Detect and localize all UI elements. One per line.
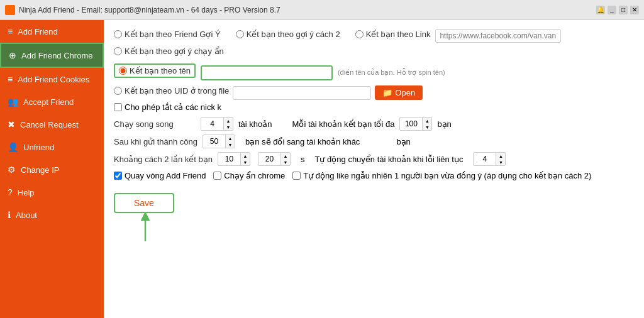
sidebar-item-label: Cancel Request <box>20 120 79 129</box>
moi-spinner[interactable]: 100 ▲ ▼ <box>399 117 432 131</box>
sidebar-item-label: Change IP <box>21 165 59 175</box>
tu-dong-input[interactable]: 4 <box>474 153 496 165</box>
radio-goi-y-cach2[interactable]: Kết bạn theo gợi ý cách 2 <box>236 30 340 39</box>
sidebar-item-label: Add Friend Chrome <box>21 51 92 60</box>
tu-dong-spinner[interactable]: 4 ▲ ▼ <box>473 152 506 166</box>
uid-file-input[interactable]: C:\Users\HOANGNGA\Desktop\uid.txt <box>233 86 371 100</box>
tu-dong-label: Tự động chuyển tài khoản khi lỗi liên tụ… <box>315 155 464 164</box>
sau-khi-down[interactable]: ▼ <box>226 141 235 148</box>
chay-song-song-up[interactable]: ▲ <box>224 118 233 124</box>
sidebar-item-about[interactable]: ℹ About <box>0 204 104 226</box>
moi-input[interactable]: 100 <box>400 118 422 129</box>
unfriend-icon: 👤 <box>8 142 18 152</box>
sidebar-item-change-ip[interactable]: ⚙ Change IP <box>0 158 104 181</box>
sidebar: ≡ Add Friend ⊕ Add Friend Chrome ≡ Add F… <box>0 20 104 318</box>
khoang-cach1-up[interactable]: ▲ <box>241 153 250 159</box>
chay-an-chrome-checkbox[interactable]: Chạy ẩn chrome <box>213 171 285 180</box>
help-icon: ? <box>8 187 13 197</box>
uid-file-row: Kết bạn theo UID ở trong file C:\Users\H… <box>114 85 634 100</box>
allow-nick-checkbox[interactable]: Cho phép tắt cả các nick k <box>114 102 221 112</box>
sidebar-item-add-friend-cookies[interactable]: ≡ Add Friend Cookies <box>0 68 104 90</box>
khoang-cach2-up[interactable]: ▲ <box>281 153 290 159</box>
chay-an-input[interactable] <box>213 172 221 180</box>
minimize-button[interactable]: _ <box>608 6 616 14</box>
close-button[interactable]: ✕ <box>630 6 639 14</box>
radio-ten-input[interactable] <box>119 67 127 75</box>
save-area: Save <box>114 189 174 213</box>
sidebar-item-label: About <box>16 211 37 220</box>
bell-icon[interactable]: 🔔 <box>596 6 605 14</box>
sidebar-item-help[interactable]: ? Help <box>0 181 104 204</box>
name-input[interactable]: {hoa | hướng | Mai | yến | phương | lan} <box>201 65 333 80</box>
radio-ten-label: Kết bạn theo tên <box>130 66 191 75</box>
radio-chay-an[interactable]: Kết bạn theo gợi ý chạy ẩn <box>114 47 224 56</box>
moi-up[interactable]: ▲ <box>423 118 431 124</box>
maximize-button[interactable]: □ <box>619 6 628 14</box>
info-icon: ℹ <box>8 210 11 220</box>
open-button[interactable]: 📁 Open <box>375 85 423 100</box>
allow-nick-row: Cho phép tắt cả các nick k <box>114 102 634 112</box>
tu-dong-down[interactable]: ▼ <box>496 159 505 165</box>
quay-vong-input[interactable] <box>114 172 122 180</box>
khoang-cach2-down[interactable]: ▼ <box>281 159 290 165</box>
doi-sang-label: bạn sẽ đổi sang tài khoản khác <box>245 137 360 146</box>
tu-dong-like-checkbox[interactable]: Tự động like ngẫu nhiên 1 người bạn vừa … <box>292 171 591 180</box>
tu-dong-like-input[interactable] <box>292 172 301 180</box>
name-hint: (điền tên của bạn. Hỗ trợ spin tên) <box>338 69 445 77</box>
khoang-cach1-down[interactable]: ▼ <box>241 159 250 165</box>
radio-chay-an-input[interactable] <box>114 47 122 55</box>
khoang-cach1-spinner[interactable]: 10 ▲ ▼ <box>218 152 250 166</box>
titlebar: Ninja Add Friend - Email: support8@ninja… <box>0 0 644 20</box>
allow-nick-input[interactable] <box>114 103 122 111</box>
sidebar-item-accept-friend[interactable]: 👥 Accept Friend <box>0 90 104 113</box>
sau-khi-up[interactable]: ▲ <box>226 135 235 141</box>
settings-row-sau-khi: Sau khi gửi thành công 50 ▲ ▼ bạn sẽ đổi… <box>114 134 634 148</box>
radio-chay-an-label: Kết bạn theo gợi ý chạy ẩn <box>125 47 224 56</box>
sidebar-item-cancel-request[interactable]: ✖ Cancel Request <box>0 113 104 136</box>
sidebar-item-unfriend[interactable]: 👤 Unfriend <box>0 136 104 158</box>
radio-theo-link[interactable]: Kết bạn theo Link <box>355 30 431 39</box>
radio-friend-goi-y[interactable]: Kết bạn theo Friend Gợi Ý <box>114 30 221 39</box>
radio-goi-y-input[interactable] <box>114 30 122 38</box>
chay-song-song-input[interactable]: 4 <box>201 118 223 129</box>
sidebar-item-label: Add Friend Cookies <box>18 75 89 84</box>
chay-song-song-down[interactable]: ▼ <box>224 124 233 130</box>
radio-goi-y-label: Kết bạn theo Friend Gợi Ý <box>125 30 221 39</box>
sidebar-item-add-friend[interactable]: ≡ Add Friend <box>0 20 104 43</box>
moi-down[interactable]: ▼ <box>423 124 431 130</box>
sidebar-item-label: Unfriend <box>23 143 54 152</box>
chay-an-label: Chạy ẩn chrome <box>224 171 285 180</box>
radio-uid[interactable]: Kết bạn theo UID ở trong file <box>114 86 229 96</box>
quay-vong-checkbox[interactable]: Quay vòng Add Friend <box>114 171 206 180</box>
khoang-cach1-input[interactable]: 10 <box>218 153 240 165</box>
radio-cach2-input[interactable] <box>236 30 244 38</box>
sidebar-item-label: Add Friend <box>18 27 58 36</box>
sau-khi-spinner[interactable]: 50 ▲ ▼ <box>203 134 235 148</box>
settings-row-khoang-cach: Khoảng cách 2 lần kết bạn 10 ▲ ▼ 20 ▲ ▼ … <box>114 152 634 166</box>
ban-label: bạn <box>437 119 451 129</box>
radio-uid-input[interactable] <box>114 87 122 95</box>
app-icon <box>5 5 15 15</box>
window-controls[interactable]: 🔔 _ □ ✕ <box>596 6 639 14</box>
radio-theo-ten[interactable]: Kết bạn theo tên <box>114 63 196 78</box>
url-input[interactable] <box>435 29 561 43</box>
sidebar-item-add-friend-chrome[interactable]: ⊕ Add Friend Chrome <box>0 43 104 68</box>
radio-link-input[interactable] <box>355 30 364 38</box>
tu-dong-up[interactable]: ▲ <box>496 153 505 159</box>
content-area: Kết bạn theo Friend Gợi Ý Kết bạn theo g… <box>104 20 644 318</box>
radio-row-1: Kết bạn theo Friend Gợi Ý Kết bạn theo g… <box>114 29 634 43</box>
doi-sang-suffix: bạn <box>396 137 410 146</box>
gear-icon: ⚙ <box>8 165 16 175</box>
open-button-label: Open <box>395 88 415 97</box>
save-button[interactable]: Save <box>114 193 174 213</box>
khoang-cach2-input[interactable]: 20 <box>258 153 280 165</box>
radio-link-label: Kết bạn theo Link <box>366 30 431 39</box>
sau-khi-input[interactable]: 50 <box>203 136 225 147</box>
allow-nick-label: Cho phép tắt cả các nick k <box>125 102 221 112</box>
radio-row-2: Kết bạn theo gợi ý chạy ẩn <box>114 47 634 60</box>
chay-song-song-spinner[interactable]: 4 ▲ ▼ <box>201 117 233 131</box>
chay-song-song-label: Chạy song song <box>114 119 196 129</box>
settings-row-chay-song-song: Chạy song song 4 ▲ ▼ tài khoản Mỗi tài k… <box>114 117 634 131</box>
moi-label: Mỗi tài khoản kết bạn tối đa <box>292 119 395 129</box>
khoang-cach2-spinner[interactable]: 20 ▲ ▼ <box>258 152 291 166</box>
